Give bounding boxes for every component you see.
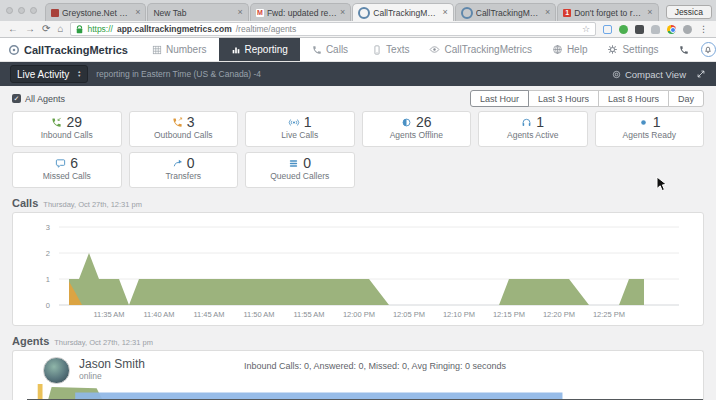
url-domain: app.calltrackingmetrics.com — [117, 24, 232, 34]
calls-section-header: Calls Thursday, Oct 27th, 12:31 pm — [12, 197, 704, 209]
extension-icon[interactable] — [635, 25, 644, 34]
browser-tab[interactable]: New Tab × — [147, 3, 248, 21]
browser-tab[interactable]: 1 Don't forget to read this... × — [557, 3, 658, 21]
range-last-hour-button[interactable]: Last Hour — [470, 90, 529, 107]
compact-view-toggle[interactable]: Compact View — [612, 69, 686, 80]
stat-value: 1 — [653, 114, 661, 130]
nav-item-label: CallTrackingMetrics — [444, 44, 531, 55]
svg-text:0: 0 — [46, 301, 50, 310]
tab-close-icon[interactable]: × — [238, 8, 243, 17]
lock-icon — [76, 25, 83, 34]
forward-icon[interactable]: → — [25, 24, 35, 34]
timezone-note: reporting in Eastern Time (US & Canada) … — [96, 69, 261, 79]
browser-tab[interactable]: Greystone.Net Healthcare × — [45, 3, 146, 21]
bar-chart-icon — [231, 45, 241, 55]
stat-value: 3 — [187, 114, 195, 130]
back-icon[interactable]: ← — [8, 24, 18, 34]
tab-close-icon[interactable]: × — [545, 8, 550, 17]
inbound-call-icon — [51, 117, 62, 128]
svg-text:11:55 AM: 11:55 AM — [293, 310, 324, 319]
agents-section-timestamp: Thursday, Oct 27th, 12:31 pm — [54, 338, 153, 347]
stat-card-agents-ready: 1 Agents Ready — [595, 111, 705, 147]
tab-title: CallTrackingMetrics Dashb — [476, 8, 542, 18]
tab-close-icon[interactable]: × — [647, 8, 652, 17]
activity-view-value: Live Activity — [17, 69, 69, 80]
extension-icon[interactable] — [667, 25, 676, 34]
agent-status: online — [79, 371, 244, 381]
stat-label: Inbound Calls — [13, 130, 121, 140]
favicon — [51, 9, 59, 17]
notifications-button[interactable] — [701, 42, 716, 57]
gear-icon — [607, 44, 618, 55]
stat-value: 26 — [416, 114, 432, 130]
window-controls — [6, 0, 37, 21]
svg-text:11:40 AM: 11:40 AM — [143, 310, 174, 319]
extension-icon[interactable] — [603, 25, 612, 34]
brand[interactable]: CallTrackingMetrics — [0, 38, 140, 61]
browser-tab[interactable]: M Fwd: updated realtime da × — [250, 3, 351, 21]
agents-section-header: Agents Thursday, Oct 27th, 12:31 pm — [12, 335, 704, 347]
window-zoom-button[interactable] — [30, 7, 37, 14]
nav-item-label: Settings — [622, 44, 658, 55]
agents-section-title: Agents — [12, 335, 49, 347]
stat-card-missed-calls: 6 Missed Calls — [12, 152, 122, 188]
nav-item-label: Help — [567, 44, 588, 55]
stat-value: 1 — [304, 114, 312, 130]
extension-icon[interactable] — [619, 25, 628, 34]
svg-text:12:10 PM: 12:10 PM — [443, 310, 475, 319]
stat-label: Transfers — [130, 171, 238, 181]
nav-item-label: Texts — [386, 44, 409, 55]
browser-profile-button[interactable]: Jessica — [666, 5, 712, 19]
dashboard-content: ✓ All Agents Last Hour Last 3 Hours Last… — [0, 86, 716, 400]
svg-text:12:25 PM: 12:25 PM — [593, 310, 625, 319]
alert-favicon: 1 — [563, 9, 571, 17]
stat-label: Agents Offline — [363, 130, 471, 140]
transfers-icon — [172, 158, 183, 169]
url-protocol: https:// — [87, 24, 113, 34]
tab-close-icon[interactable]: × — [340, 8, 345, 17]
window-minimize-button[interactable] — [18, 7, 25, 14]
all-agents-checkbox[interactable]: ✓ — [12, 94, 21, 103]
url-path: /realtime/agents — [236, 24, 296, 34]
range-last-3-hours-button[interactable]: Last 3 Hours — [528, 90, 599, 107]
browser-tab-active[interactable]: CallTrackingMetrics Dashb × — [352, 3, 453, 21]
address-bar[interactable]: https://app.calltrackingmetrics.com/real… — [70, 22, 596, 36]
fullscreen-expand-icon[interactable] — [696, 69, 706, 79]
browser-menu-icon[interactable]: ⋮ — [699, 24, 708, 34]
outbound-call-icon — [172, 117, 183, 128]
nav-item-calls[interactable]: Calls — [300, 38, 360, 61]
nav-item-texts[interactable]: Texts — [360, 38, 421, 61]
window-close-button[interactable] — [6, 7, 13, 14]
svg-text:1: 1 — [46, 275, 50, 284]
stat-label: Missed Calls — [13, 171, 121, 181]
agent-activity-chart — [13, 384, 703, 399]
dialer-button[interactable] — [671, 45, 697, 55]
stat-card-transfers: 0 Transfers — [129, 152, 239, 188]
ctm-logo-icon — [8, 44, 20, 56]
nav-item-numbers[interactable]: Numbers — [140, 38, 219, 61]
phone-icon — [312, 45, 322, 55]
gmail-favicon: M — [256, 9, 264, 17]
nav-item-reporting[interactable]: Reporting — [219, 38, 300, 61]
stat-card-agents-offline: 26 Agents Offline — [362, 111, 472, 147]
agent-row[interactable]: Jason Smith online Inbound Calls: 0, Ans… — [13, 357, 703, 384]
browser-tab[interactable]: CallTrackingMetrics Dashb × — [455, 3, 556, 21]
tab-close-icon[interactable]: × — [442, 8, 447, 17]
range-day-button[interactable]: Day — [668, 90, 704, 107]
nav-item-account[interactable]: CallTrackingMetrics — [421, 44, 539, 55]
reload-icon[interactable]: ⟳ — [42, 24, 50, 34]
stat-card-live-calls: 1 Live Calls — [245, 111, 355, 147]
tab-close-icon[interactable]: × — [135, 8, 140, 17]
bookmark-star-icon[interactable]: ☆ — [582, 24, 590, 34]
activity-view-select[interactable]: Live Activity ▲▼ — [10, 65, 88, 83]
range-last-8-hours-button[interactable]: Last 8 Hours — [598, 90, 669, 107]
svg-text:12:20 PM: 12:20 PM — [543, 310, 575, 319]
bell-icon — [704, 46, 712, 54]
nav-item-help[interactable]: Help — [544, 44, 596, 55]
extension-icon[interactable] — [651, 25, 660, 34]
stat-cards: 29 Inbound Calls 3 Outbound Calls — [12, 111, 704, 188]
extension-icon[interactable] — [683, 25, 692, 34]
nav-item-settings[interactable]: Settings — [599, 44, 666, 55]
home-icon[interactable]: ⌂ — [57, 24, 63, 34]
nav-item-label: Reporting — [245, 44, 288, 55]
